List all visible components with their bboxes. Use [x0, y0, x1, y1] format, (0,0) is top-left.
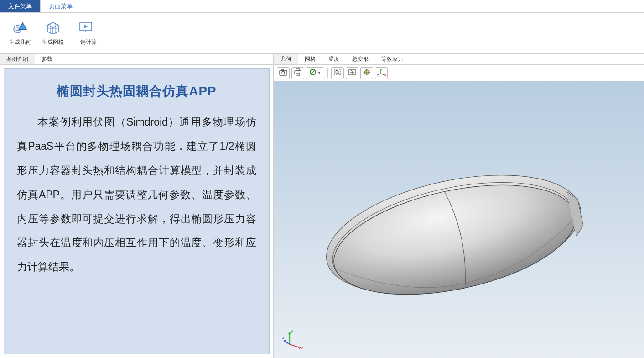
print-button[interactable]	[291, 67, 304, 79]
tab-equiv-stress[interactable]: 等效应力	[375, 54, 410, 64]
svg-line-40	[290, 344, 301, 348]
left-panel: 案例介绍 参数 椭圆封头热固耦合仿真APP 本案例利用伏图（Simdroid）通…	[0, 54, 274, 358]
right-panel: 几何 网格 温度 总变形 等效应力	[274, 54, 644, 358]
generate-mesh-button[interactable]: 生成网格	[36, 15, 69, 51]
svg-line-24	[338, 73, 339, 74]
tab-case-intro[interactable]: 案例介绍	[0, 54, 35, 64]
sphere-triangle-icon	[13, 20, 27, 35]
intro-title: 椭圆封头热固耦合仿真APP	[17, 83, 256, 100]
menu-tabs: 文件菜单 页面菜单	[0, 0, 644, 13]
one-click-calc-button[interactable]: 一键计算	[69, 15, 102, 51]
disable-dropdown-button[interactable]: ▼	[306, 67, 324, 79]
svg-rect-18	[296, 69, 300, 71]
diamond-fit-button[interactable]	[360, 67, 373, 79]
generate-mesh-label: 生成网格	[42, 38, 64, 46]
axes-xyz-icon: x y z	[377, 68, 386, 78]
monitor-play-icon	[78, 20, 93, 35]
intro-box: 椭圆封头热固耦合仿真APP 本案例利用伏图（Simdroid）通用多物理场仿真P…	[4, 68, 270, 354]
svg-point-16	[282, 72, 285, 74]
svg-rect-11	[83, 32, 88, 32]
disable-icon	[309, 68, 317, 77]
tab-geometry[interactable]: 几何	[274, 54, 298, 64]
toolbar-separator	[327, 68, 328, 78]
chevron-down-icon: ▼	[317, 71, 321, 75]
viewport-toolbar: ▼	[274, 65, 644, 81]
tab-file-menu[interactable]: 文件菜单	[0, 0, 41, 12]
intro-body: 本案例利用伏图（Simdroid）通用多物理场仿真PaaS平台的多物理场耦合功能…	[17, 110, 256, 279]
generate-geometry-button[interactable]: 生成几何	[4, 15, 36, 51]
tab-parameters[interactable]: 参数	[35, 54, 59, 64]
3d-viewport[interactable]: x y z	[274, 81, 644, 358]
print-icon	[294, 68, 302, 77]
svg-marker-13	[84, 25, 88, 28]
generate-geometry-label: 生成几何	[9, 38, 31, 46]
fit-icon	[348, 68, 356, 77]
camera-icon	[279, 68, 287, 77]
svg-text:z: z	[282, 335, 285, 340]
ribbon-toolbar: 生成几何 生成网格	[0, 13, 644, 54]
svg-text:y: y	[381, 68, 382, 70]
svg-text:z: z	[377, 74, 378, 76]
ribbon-group: 生成几何 生成网格	[0, 15, 106, 51]
axes-orientation-button[interactable]: x y z	[375, 67, 388, 79]
svg-text:y: y	[291, 329, 293, 333]
left-panel-tabs: 案例介绍 参数	[0, 54, 273, 65]
svg-rect-19	[296, 73, 300, 75]
svg-line-21	[311, 70, 315, 74]
svg-text:x: x	[301, 345, 304, 350]
axis-triad: x y z	[282, 328, 304, 350]
diamond-fit-icon	[363, 68, 371, 77]
mesh-cube-icon	[46, 20, 60, 35]
tab-total-deform[interactable]: 总变形	[346, 54, 375, 64]
left-panel-content: 椭圆封头热固耦合仿真APP 本案例利用伏图（Simdroid）通用多物理场仿真P…	[0, 65, 273, 358]
tab-temperature[interactable]: 温度	[322, 54, 346, 64]
tab-mesh[interactable]: 网格	[298, 54, 322, 64]
zoom-region-icon	[333, 68, 342, 77]
screenshot-button[interactable]	[277, 67, 290, 79]
one-click-calc-label: 一键计算	[75, 38, 97, 46]
svg-line-31	[380, 74, 384, 75]
tab-page-menu[interactable]: 页面菜单	[41, 0, 81, 12]
zoom-region-button[interactable]	[331, 67, 344, 79]
svg-text:x: x	[384, 74, 386, 76]
fit-view-button[interactable]	[346, 67, 358, 79]
viewport-tabs: 几何 网格 温度 总变形 等效应力	[274, 54, 644, 65]
elliptical-head-model	[311, 144, 607, 358]
